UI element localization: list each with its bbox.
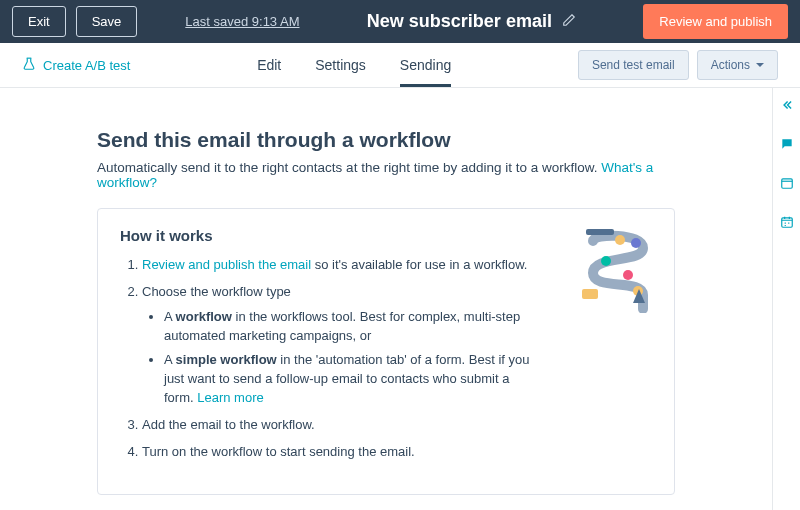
tab-sending[interactable]: Sending [400, 43, 451, 87]
step-1-rest: so it's available for use in a workflow. [311, 257, 527, 272]
actions-dropdown[interactable]: Actions [697, 50, 778, 80]
card-title: How it works [120, 227, 652, 244]
workflow-illustration [578, 223, 658, 313]
edit-title-icon[interactable] [562, 13, 576, 30]
svg-point-5 [601, 256, 611, 266]
step-2: Choose the workflow type A workflow in t… [142, 283, 540, 408]
section-subtitle: Automatically send it to the right conta… [97, 160, 675, 190]
svg-point-3 [615, 235, 625, 245]
tab-edit[interactable]: Edit [257, 43, 281, 87]
step-3: Add the email to the workflow. [142, 416, 540, 435]
title-wrap: New subscriber email [310, 11, 634, 32]
review-publish-button[interactable]: Review and publish [643, 4, 788, 39]
how-it-works-card: How it works Review and publish the emai… [97, 208, 675, 495]
ab-test-label: Create A/B test [43, 58, 130, 73]
tabs: Edit Settings Sending [130, 43, 577, 87]
send-test-email-button[interactable]: Send test email [578, 50, 689, 80]
save-button[interactable]: Save [76, 6, 138, 37]
flask-icon [22, 57, 36, 74]
right-rail [772, 88, 800, 510]
svg-rect-0 [781, 179, 792, 188]
sub-header: Create A/B test Edit Settings Sending Se… [0, 43, 800, 88]
last-saved-link[interactable]: Last saved 9:13 AM [185, 14, 299, 29]
section-title: Send this email through a workflow [97, 128, 675, 152]
collapse-rail-icon[interactable] [780, 98, 794, 115]
step-2b-pre: A [164, 352, 176, 367]
step-4: Turn on the workflow to start sending th… [142, 443, 540, 462]
review-publish-link[interactable]: Review and publish the email [142, 257, 311, 272]
learn-more-link[interactable]: Learn more [197, 390, 263, 405]
svg-point-4 [631, 238, 641, 248]
exit-button[interactable]: Exit [12, 6, 66, 37]
comments-icon[interactable] [780, 137, 794, 154]
svg-point-6 [623, 270, 633, 280]
step-2-text: Choose the workflow type [142, 284, 291, 299]
calendar-icon[interactable] [780, 215, 794, 232]
main-content: Send this email through a workflow Autom… [0, 88, 772, 510]
subtitle-text: Automatically send it to the right conta… [97, 160, 601, 175]
page-title-header: New subscriber email [367, 11, 552, 32]
create-ab-test-link[interactable]: Create A/B test [22, 57, 130, 74]
svg-rect-8 [582, 289, 598, 299]
svg-rect-2 [586, 229, 614, 235]
step-2a-bold: workflow [176, 309, 232, 324]
step-2b-bold: simple workflow [176, 352, 277, 367]
steps-list: Review and publish the email so it's ava… [120, 256, 540, 462]
step-1: Review and publish the email so it's ava… [142, 256, 540, 275]
svg-rect-1 [781, 218, 792, 227]
tab-settings[interactable]: Settings [315, 43, 366, 87]
step-2a-pre: A [164, 309, 176, 324]
top-header: Exit Save Last saved 9:13 AM New subscri… [0, 0, 800, 43]
step-2a: A workflow in the workflows tool. Best f… [164, 308, 540, 346]
step-2b: A simple workflow in the 'automation tab… [164, 351, 540, 408]
calendar-day-icon[interactable] [780, 176, 794, 193]
header-actions: Send test email Actions [578, 50, 778, 80]
